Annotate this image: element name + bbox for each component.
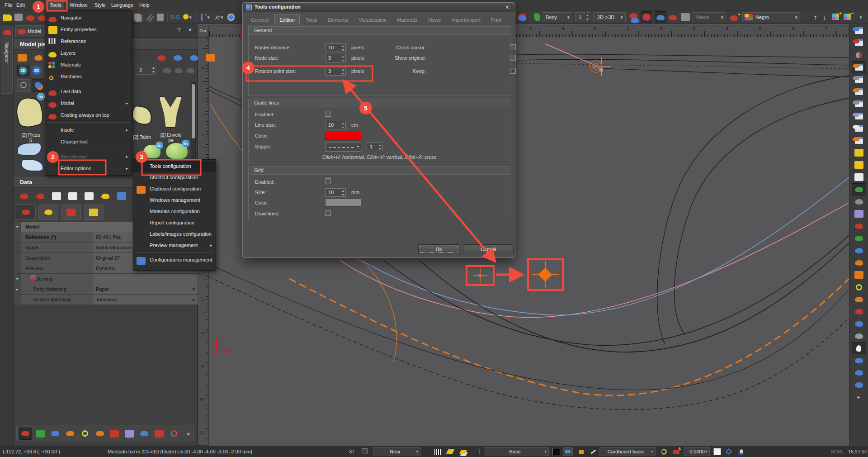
menu-item-navigator[interactable]: Navigator: [45, 12, 132, 24]
menu-item-report-configuration[interactable]: Report configuration: [133, 217, 216, 228]
dialog-title-bar[interactable]: Tools configuration ✕: [243, 3, 515, 12]
layer-shoes-icon[interactable]: [138, 428, 151, 439]
menu-tools[interactable]: Tools: [47, 0, 64, 10]
cross-cursor-checkbox[interactable]: [510, 44, 516, 50]
eye-asterisk-icon[interactable]: [171, 52, 184, 63]
open-icon[interactable]: [3, 12, 14, 23]
grid-shoe-icon[interactable]: [123, 428, 136, 439]
balloon-add-icon[interactable]: [852, 147, 866, 158]
tab-list-icon[interactable]: [84, 205, 103, 219]
doc-cloud-b-icon[interactable]: [82, 190, 96, 202]
navigator-tab[interactable]: Navigator: [1, 26, 13, 94]
menu-item-windows-management[interactable]: Windows management: [133, 195, 216, 206]
window-shoe-dark2-icon[interactable]: [852, 98, 866, 109]
dialog-close-icon[interactable]: ✕: [504, 4, 511, 11]
eye-shoe-blue-icon[interactable]: [852, 367, 866, 378]
tab-photo-icon[interactable]: [61, 205, 80, 219]
shoe-outline-blue-icon[interactable]: [49, 428, 61, 439]
base-layer-select[interactable]: Base: [485, 447, 549, 456]
model-panel-tab[interactable]: Model: [15, 25, 46, 37]
expand2-arrow-icon[interactable]: ▸: [183, 428, 195, 439]
menu-item-model[interactable]: Model▸: [45, 97, 132, 109]
menu-item-tools-configuration[interactable]: Tools configuration: [133, 161, 216, 172]
lamp-icon[interactable]: [737, 447, 746, 456]
guide-enabled-checkbox[interactable]: [325, 111, 331, 117]
doc-cloud-a-icon[interactable]: [66, 190, 80, 202]
mode-2d-button[interactable]: 2D: [17, 65, 29, 76]
diamond-icon[interactable]: [724, 447, 733, 456]
shoe-flat-blue-icon[interactable]: [852, 245, 866, 256]
tab-elements[interactable]: Elements: [323, 14, 353, 26]
pencil-orange-icon[interactable]: [32, 52, 45, 63]
ok-button[interactable]: Ok: [418, 244, 459, 254]
folder-camera-icon[interactable]: [852, 159, 866, 171]
eye-nodes-icon[interactable]: [852, 355, 866, 366]
menu-item-last-data[interactable]: Last data: [45, 86, 132, 97]
cancel-button[interactable]: Cancel: [463, 244, 514, 254]
menu-item-materials[interactable]: Materials: [45, 59, 132, 71]
window-shoe-orange2-icon[interactable]: [852, 86, 866, 97]
material-select[interactable]: Cardboard basic: [599, 447, 656, 456]
pieces-stack-icon[interactable]: [19, 428, 32, 439]
copy-pages-icon[interactable]: [852, 171, 866, 183]
menu-item-layers[interactable]: Layers: [45, 47, 132, 59]
menu-item-materials-configuration[interactable]: Materials configuration: [133, 206, 216, 217]
grid-swap-icon[interactable]: [852, 208, 866, 219]
window-shoe-dark-icon[interactable]: [852, 74, 866, 85]
menu-item-insole[interactable]: Insole▸: [45, 124, 132, 136]
show-original-checkbox[interactable]: [510, 55, 516, 61]
smooth-curve-icon[interactable]: S·S: [170, 12, 180, 23]
pin-icon[interactable]: ⊤: [177, 27, 181, 33]
copy-icon[interactable]: [133, 12, 144, 23]
menu-item-clipboard-configuration[interactable]: Clipboard configuration: [133, 183, 216, 195]
doc-new-icon[interactable]: [50, 190, 63, 202]
menu-item-labels-images-configuration[interactable]: Labels/images configuration: [133, 228, 216, 240]
target-yellow-icon[interactable]: [852, 281, 866, 293]
tab-visualization[interactable]: Visualization: [354, 14, 392, 26]
mode-select[interactable]: 2D->3D: [593, 12, 626, 22]
tab-import-export[interactable]: Import/export: [447, 14, 485, 26]
tab-materials[interactable]: Materials: [392, 14, 422, 26]
shoe-red-icon[interactable]: [667, 12, 678, 23]
menu-item-references[interactable]: References: [45, 35, 132, 47]
arrow-up-icon[interactable]: ↑: [812, 12, 819, 23]
target-icon[interactable]: [226, 12, 237, 23]
window-corners-icon[interactable]: [852, 37, 866, 48]
menu-item-preview-management[interactable]: Preview management▸: [133, 240, 216, 251]
menu-item-microscribe[interactable]: MicroScribe▸: [45, 151, 132, 162]
color-select[interactable]: Negro: [742, 12, 800, 22]
menu-item-shortcut-configuration[interactable]: Shortcut configuration: [133, 172, 216, 183]
circle-arrow-yellow-icon[interactable]: [79, 428, 91, 439]
photo-icon[interactable]: [115, 190, 128, 202]
toolbar-overflow-icon[interactable]: ▾: [858, 12, 863, 23]
node-view-button[interactable]: [17, 79, 30, 92]
property-row[interactable]: Bottom flatteningTechnical: [14, 295, 198, 305]
thumbnail-blue-piece[interactable]: [17, 143, 45, 177]
tab-tools[interactable]: Tools: [301, 14, 322, 26]
property-row[interactable]: ▸Body flatteningPaper: [14, 284, 198, 295]
raster-distance-input[interactable]: 10▲▼: [325, 43, 346, 52]
shoe-red-icon[interactable]: [852, 220, 866, 232]
menu-item-entity-properties[interactable]: Entity properties: [45, 24, 132, 35]
cost-brick-icon[interactable]: $: [672, 447, 681, 456]
body-select[interactable]: Body: [542, 12, 572, 22]
shoe-blue-icon[interactable]: [655, 12, 666, 23]
shoes-layers-icon[interactable]: [852, 318, 866, 329]
expand-arrow-icon[interactable]: ▸: [852, 391, 866, 403]
tab-views[interactable]: Views: [423, 14, 445, 26]
lock-icon[interactable]: [577, 447, 586, 456]
menu-edit[interactable]: Edit: [14, 0, 28, 10]
views-select[interactable]: Views: [692, 12, 726, 22]
menu-style[interactable]: Style: [92, 0, 108, 10]
paste-icon[interactable]: [156, 12, 167, 23]
arrow-down-icon[interactable]: ↓: [821, 12, 828, 23]
visibility-eye-icon[interactable]: [563, 447, 572, 456]
mode-3d-button[interactable]: 3D: [31, 65, 42, 76]
shoe-arrow2-orange-icon[interactable]: [64, 428, 76, 439]
window-lock-icon[interactable]: [852, 135, 866, 146]
flag-red-icon[interactable]: [153, 428, 165, 439]
shoe-gray-icon[interactable]: [852, 330, 866, 342]
save-icon[interactable]: [14, 12, 25, 23]
grid-enabled-checkbox[interactable]: [325, 178, 331, 184]
layer-paste-icon[interactable]: [458, 447, 467, 456]
